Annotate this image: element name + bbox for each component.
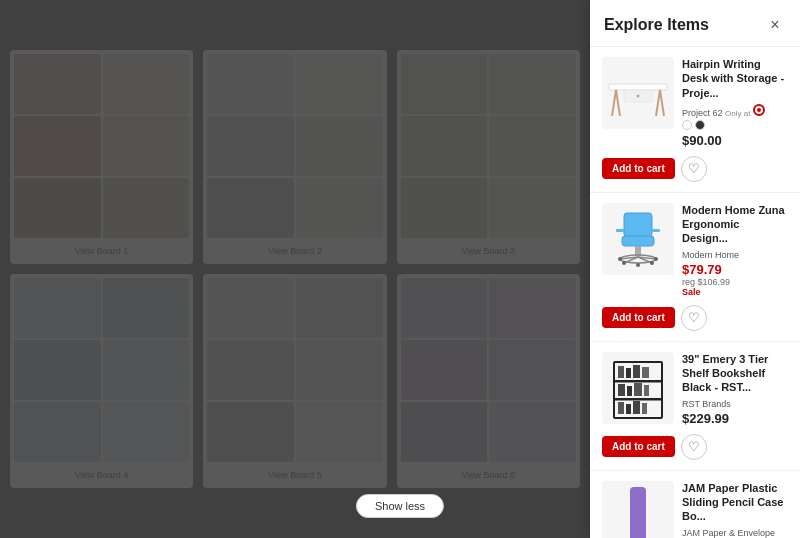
panel-title: Explore Items <box>604 16 709 34</box>
show-less-button[interactable]: Show less <box>356 494 444 518</box>
svg-point-19 <box>622 261 626 265</box>
item-3-brand: RST Brands <box>682 399 788 409</box>
svg-line-4 <box>660 90 664 116</box>
svg-line-1 <box>612 90 616 116</box>
svg-rect-24 <box>614 398 662 401</box>
svg-rect-26 <box>626 404 631 414</box>
item-2-brand: Modern Home <box>682 250 788 260</box>
add-to-cart-button-2[interactable]: Add to cart <box>602 307 675 328</box>
add-to-cart-button-1[interactable]: Add to cart <box>602 158 675 179</box>
svg-line-3 <box>656 90 660 116</box>
item-4-info: JAM Paper Plastic Sliding Pencil Case Bo… <box>682 481 788 538</box>
svg-rect-33 <box>618 366 624 378</box>
item-2-actions: Add to cart ♡ <box>602 305 788 331</box>
item-1-name: Hairpin Writing Desk with Storage - Proj… <box>682 57 788 100</box>
svg-point-21 <box>636 263 640 267</box>
svg-point-20 <box>650 261 654 265</box>
svg-rect-34 <box>626 368 631 378</box>
target-logo-icon <box>753 104 765 116</box>
svg-rect-8 <box>616 229 624 232</box>
svg-rect-37 <box>630 487 646 538</box>
item-1-price: $90.00 <box>682 133 788 148</box>
svg-rect-35 <box>633 365 640 378</box>
item-card-2: Modern Home Zuna Ergonomic Design... Mod… <box>590 193 800 342</box>
swatch-white <box>682 120 692 130</box>
explore-items-panel: Explore Items × <box>590 0 800 538</box>
svg-rect-23 <box>614 380 662 383</box>
close-button[interactable]: × <box>764 14 786 36</box>
item-2-sale-badge: Sale <box>682 287 788 297</box>
wishlist-button-1[interactable]: ♡ <box>681 156 707 182</box>
swatch-black <box>695 120 705 130</box>
svg-rect-9 <box>652 229 660 232</box>
svg-rect-27 <box>633 401 640 414</box>
item-1-swatches <box>682 120 788 130</box>
item-2-price: $79.79 <box>682 262 788 277</box>
item-4-image <box>602 481 674 538</box>
item-2-name: Modern Home Zuna Ergonomic Design... <box>682 203 788 246</box>
item-2-info: Modern Home Zuna Ergonomic Design... Mod… <box>682 203 788 297</box>
item-3-actions: Add to cart ♡ <box>602 434 788 460</box>
svg-point-6 <box>637 94 640 97</box>
item-4-brand: JAM Paper & Envelope <box>682 528 788 538</box>
item-3-image <box>602 352 674 424</box>
item-card-4: JAM Paper Plastic Sliding Pencil Case Bo… <box>590 471 800 538</box>
item-2-reg-price: reg $106.99 <box>682 277 788 287</box>
svg-rect-36 <box>642 367 649 378</box>
svg-rect-31 <box>634 383 642 396</box>
item-4-name: JAM Paper Plastic Sliding Pencil Case Bo… <box>682 481 788 524</box>
item-3-name: 39" Emery 3 Tier Shelf Bookshelf Black -… <box>682 352 788 395</box>
svg-line-2 <box>616 90 620 116</box>
svg-rect-25 <box>618 402 624 414</box>
svg-rect-29 <box>618 384 625 396</box>
svg-point-18 <box>654 257 658 261</box>
svg-rect-28 <box>642 403 647 414</box>
svg-rect-30 <box>627 386 632 396</box>
svg-point-17 <box>618 257 622 261</box>
background-overlay <box>0 0 590 538</box>
item-3-info: 39" Emery 3 Tier Shelf Bookshelf Black -… <box>682 352 788 426</box>
item-2-image <box>602 203 674 275</box>
panel-items-list: Hairpin Writing Desk with Storage - Proj… <box>590 47 800 538</box>
item-1-info: Hairpin Writing Desk with Storage - Proj… <box>682 57 788 148</box>
svg-rect-32 <box>644 385 649 396</box>
item-1-image <box>602 57 674 129</box>
item-1-brand: Project 62 Only at <box>682 104 788 118</box>
wishlist-button-2[interactable]: ♡ <box>681 305 707 331</box>
svg-rect-10 <box>622 236 654 246</box>
panel-header: Explore Items × <box>590 0 800 47</box>
item-3-price: $229.99 <box>682 411 788 426</box>
svg-rect-7 <box>624 213 652 237</box>
item-card-1: Hairpin Writing Desk with Storage - Proj… <box>590 47 800 193</box>
item-1-actions: Add to cart ♡ <box>602 156 788 182</box>
svg-rect-0 <box>609 84 667 90</box>
wishlist-button-3[interactable]: ♡ <box>681 434 707 460</box>
item-card-3: 39" Emery 3 Tier Shelf Bookshelf Black -… <box>590 342 800 471</box>
add-to-cart-button-3[interactable]: Add to cart <box>602 436 675 457</box>
